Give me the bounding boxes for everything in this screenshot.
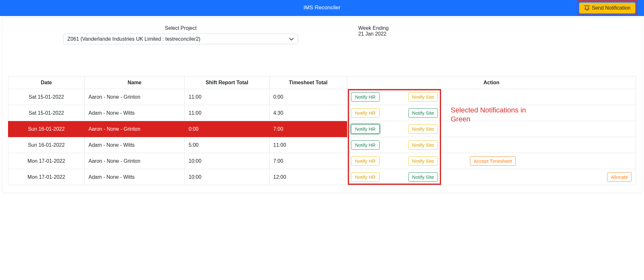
col-timesheet-total: Timesheet Total (269, 77, 347, 89)
notify-site-button[interactable]: Notify Site (408, 124, 438, 134)
table-row: Mon 17-01-2022Aaron - None - Grinton10:0… (8, 153, 636, 169)
cell: Sun 16-01-2022 (8, 121, 85, 137)
cell: Sun 16-01-2022 (8, 137, 85, 153)
col-date: Date (8, 77, 85, 89)
week-ending-block: Week Ending 21 Jan 2022 (353, 25, 636, 44)
cell: Aaron - None - Grinton (85, 121, 185, 137)
cell: 10:00 (185, 153, 269, 169)
table-row: Mon 17-01-2022Adam - None - Witts10:0012… (8, 169, 636, 185)
notify-site-button[interactable]: Notify Site (408, 92, 438, 102)
cell: Mon 17-01-2022 (8, 153, 85, 169)
notify-site-button[interactable]: Notify Site (408, 108, 438, 118)
cell: Mon 17-01-2022 (8, 169, 85, 185)
bell-icon (584, 5, 590, 11)
notify-hr-button[interactable]: Notify HR (351, 124, 379, 134)
cell: 0:00 (185, 121, 269, 137)
table-row: Sun 16-01-2022Aaron - None - Grinton0:00… (8, 121, 636, 137)
content-card: Select Project Z061 (Vanderlande Industr… (2, 17, 642, 193)
action-cell: Notify HRNotify SiteAccept Timesheet (347, 153, 636, 169)
notify-site-button[interactable]: Notify Site (408, 156, 438, 166)
cell: 12:00 (269, 169, 347, 185)
project-filter-block: Select Project Z061 (Vanderlande Industr… (8, 25, 353, 44)
allocate-button[interactable]: Allocate (607, 172, 632, 182)
cell: Adam - None - Witts (85, 169, 185, 185)
action-cell: Notify HRNotify SiteAllocate (347, 169, 636, 185)
send-notification-label: Send Notification (592, 5, 631, 11)
cell: 7:00 (269, 121, 347, 137)
action-cell: Notify HRNotify Site (347, 105, 636, 121)
cell: 0:00 (269, 89, 347, 105)
table-row: Sat 15-01-2022Aaron - None - Grinton11:0… (8, 89, 636, 105)
notify-site-button[interactable]: Notify Site (408, 140, 438, 150)
notify-hr-button[interactable]: Notify HR (351, 92, 379, 102)
send-notification-button[interactable]: Send Notification (579, 3, 635, 13)
app-header: IMS Reconciler Send Notification (0, 0, 644, 16)
action-cell: Notify HRNotify Site (347, 121, 636, 137)
col-shift-total: Shift Report Total (185, 77, 269, 89)
filter-row: Select Project Z061 (Vanderlande Industr… (8, 25, 636, 44)
cell: 11:00 (185, 105, 269, 121)
notify-hr-button[interactable]: Notify HR (351, 108, 379, 118)
notify-hr-button[interactable]: Notify HR (351, 172, 379, 182)
cell: Sat 15-01-2022 (8, 105, 85, 121)
table-wrapper: Date Name Shift Report Total Timesheet T… (8, 76, 636, 185)
reconciler-table: Date Name Shift Report Total Timesheet T… (8, 76, 636, 185)
cell: Aaron - None - Grinton (85, 89, 185, 105)
cell: 11:00 (185, 89, 269, 105)
col-name: Name (85, 77, 185, 89)
project-select[interactable]: Z061 (Vanderlande Industries UK Limited … (63, 34, 298, 44)
cell: Adam - None - Witts (85, 105, 185, 121)
cell: 10:00 (185, 169, 269, 185)
col-action: Action (347, 77, 636, 89)
table-row: Sat 15-01-2022Adam - None - Witts11:004:… (8, 105, 636, 121)
week-ending-value: 21 Jan 2022 (358, 31, 631, 37)
notify-hr-button[interactable]: Notify HR (351, 140, 379, 150)
cell: Adam - None - Witts (85, 137, 185, 153)
cell: 11:00 (269, 137, 347, 153)
app-title: IMS Reconciler (304, 4, 340, 11)
week-ending-label: Week Ending (358, 25, 631, 31)
notify-hr-button[interactable]: Notify HR (351, 156, 379, 166)
select-project-label: Select Project (13, 25, 348, 31)
action-cell: Notify HRNotify Site (347, 137, 636, 153)
cell: Sat 15-01-2022 (8, 89, 85, 105)
cell: 7:00 (269, 153, 347, 169)
table-header-row: Date Name Shift Report Total Timesheet T… (8, 77, 636, 89)
cell: Aaron - None - Grinton (85, 153, 185, 169)
cell: 4:30 (269, 105, 347, 121)
send-notification-highlight: Send Notification (577, 0, 638, 16)
accept-timesheet-button[interactable]: Accept Timesheet (470, 156, 516, 166)
table-row: Sun 16-01-2022Adam - None - Witts5:0011:… (8, 137, 636, 153)
notify-site-button[interactable]: Notify Site (408, 172, 438, 182)
action-cell: Notify HRNotify Site (347, 89, 636, 105)
cell: 5:00 (185, 137, 269, 153)
